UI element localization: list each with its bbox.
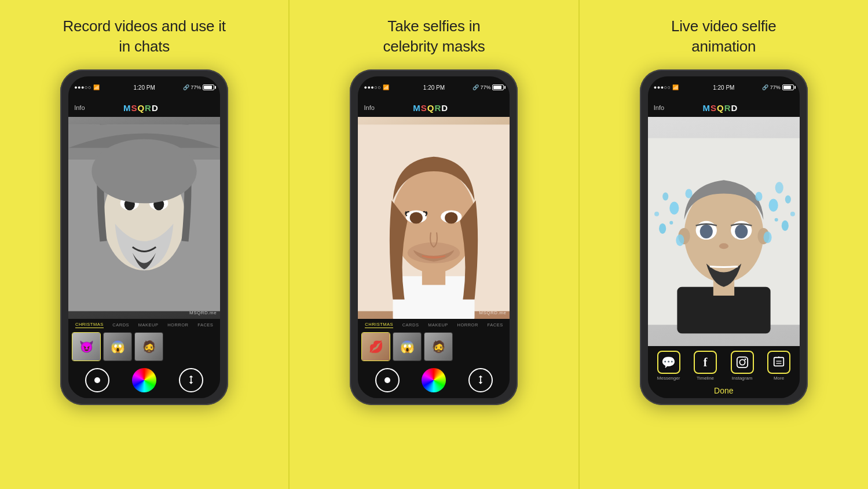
photo-celebrity-1: MSQRD.me: [358, 117, 510, 319]
flip-button-2[interactable]: [468, 368, 493, 392]
filter-tab-christmas-1[interactable]: CHRISTMAS: [75, 322, 104, 328]
svg-point-42: [774, 218, 778, 222]
status-battery-1: 🔗 77%: [183, 84, 215, 90]
filter-tabs-2[interactable]: CHRISTMAS CARDS MAKEUP HORROR FACES: [358, 319, 510, 330]
photo-area-3: [648, 117, 800, 346]
filter-tab-faces-1[interactable]: FACES: [197, 322, 213, 328]
svg-point-35: [763, 231, 771, 243]
bottom-controls-1: [68, 363, 220, 398]
thumb-row-1[interactable]: 😈 😱 🧔: [68, 330, 220, 363]
share-item-timeline[interactable]: f Timeline: [694, 351, 717, 381]
filter-tab-makeup-2[interactable]: MAKEUP: [428, 322, 448, 328]
photo-area-2: MSQRD.me: [358, 117, 510, 319]
photo-area-1: MSQRD.me: [68, 117, 220, 319]
status-bar-2: ●●●○○ 📶 1:20 PM 🔗 77%: [358, 76, 510, 98]
svg-point-39: [654, 212, 659, 216]
kiss-face-svg: [68, 117, 220, 319]
bottom-controls-2: [358, 363, 510, 398]
phone-inner-1: ●●●○○ 📶 1:20 PM 🔗 77% Info MSQRD: [68, 76, 220, 398]
watermark-2: MSQRD.me: [479, 310, 506, 315]
app-info-2: Info: [364, 104, 374, 111]
facebook-icon[interactable]: f: [694, 351, 717, 374]
svg-point-15: [445, 212, 458, 224]
status-signal-1: ●●●○○ 📶: [74, 84, 100, 90]
panel-2-title: Take selfies incelebrity masks: [383, 16, 485, 57]
thumb-1-1[interactable]: 😈: [72, 332, 101, 361]
messenger-icon[interactable]: 💬: [657, 351, 680, 374]
status-signal-2: ●●●○○ 📶: [364, 84, 389, 90]
status-bar-3: ●●●○○ 📶 1:20 PM 🔗 77%: [648, 76, 800, 98]
thumb-2-1[interactable]: 💋: [361, 332, 390, 361]
thumb-1-3[interactable]: 🧔: [134, 332, 163, 361]
battery-icon-1: [203, 84, 214, 90]
panel-2: Take selfies incelebrity masks ●●●○○ 📶 1…: [290, 0, 578, 489]
app-bar-3: Info MSQRD: [648, 98, 800, 117]
svg-point-29: [659, 223, 666, 234]
app-logo-1: MSQRD: [123, 103, 159, 113]
status-bar-1: ●●●○○ 📶 1:20 PM 🔗 77%: [68, 76, 220, 98]
done-button-3[interactable]: Done: [714, 386, 733, 395]
filter-tab-horror-1[interactable]: HORROR: [167, 322, 188, 328]
status-time-3: 1:20 PM: [713, 84, 734, 91]
panel-1-title: Record videos and use itin chats: [63, 16, 225, 57]
svg-point-26: [735, 225, 748, 238]
svg-point-44: [739, 360, 745, 365]
status-time-1: 1:20 PM: [134, 84, 155, 91]
svg-point-32: [685, 189, 692, 198]
phone-inner-3: ●●●○○ 📶 1:20 PM 🔗 77% Info MSQRD: [648, 76, 800, 398]
color-picker-2[interactable]: [422, 368, 446, 392]
filter-tab-faces-2[interactable]: FACES: [488, 322, 503, 328]
more-label: More: [774, 376, 784, 381]
share-item-messenger[interactable]: 💬 Messenger: [657, 351, 680, 381]
share-item-more[interactable]: More: [767, 351, 790, 381]
svg-point-27: [719, 243, 728, 249]
timeline-label: Timeline: [697, 376, 714, 381]
camera-button-2[interactable]: [375, 368, 400, 392]
battery-fill-2: [493, 86, 501, 89]
share-item-instagram[interactable]: Instagram: [731, 351, 754, 381]
filter-tab-makeup-1[interactable]: MAKEUP: [138, 322, 159, 328]
filter-tabs-1[interactable]: CHRISTMAS CARDS MAKEUP HORROR FACES: [68, 319, 220, 330]
thumb-row-2[interactable]: 💋 😱 🧔: [358, 330, 510, 363]
animation-face-svg: [648, 117, 800, 346]
filter-tab-horror-2[interactable]: HORROR: [457, 322, 478, 328]
camera-button-1[interactable]: [85, 368, 109, 392]
svg-point-14: [410, 212, 423, 224]
status-battery-2: 🔗 77%: [473, 84, 504, 90]
battery-fill-1: [204, 86, 212, 89]
more-icon[interactable]: [767, 351, 790, 374]
phone-3: ●●●○○ 📶 1:20 PM 🔗 77% Info MSQRD: [640, 69, 808, 405]
status-time-2: 1:20 PM: [423, 84, 445, 91]
svg-point-36: [785, 196, 791, 204]
svg-point-40: [669, 221, 673, 225]
svg-point-7: [91, 139, 196, 204]
battery-icon-3: [782, 84, 794, 90]
battery-icon-2: [492, 84, 504, 90]
svg-rect-43: [737, 357, 747, 367]
flip-button-1[interactable]: [179, 368, 203, 392]
instagram-icon[interactable]: [731, 351, 754, 374]
filter-tab-cards-1[interactable]: CARDS: [112, 322, 129, 328]
flip-icon-2: [475, 374, 486, 386]
camera-icon-2: [384, 377, 390, 383]
svg-point-28: [669, 202, 679, 215]
panel-3: Live video selfieanimation ●●●○○ 📶 1:20 …: [580, 0, 868, 489]
svg-point-34: [782, 220, 789, 231]
thumb-2-2[interactable]: 😱: [393, 332, 422, 361]
status-signal-3: ●●●○○ 📶: [654, 84, 679, 90]
instagram-icon-svg: [736, 356, 749, 369]
filter-tab-cards-2[interactable]: CARDS: [402, 322, 419, 328]
instagram-label: Instagram: [732, 376, 753, 381]
svg-point-31: [662, 193, 668, 201]
color-picker-1[interactable]: [132, 368, 156, 392]
app-bar-1: Info MSQRD: [68, 98, 220, 117]
status-battery-3: 🔗 77%: [762, 84, 794, 90]
celebrity-face-svg: [358, 117, 510, 319]
filter-tab-christmas-2[interactable]: CHRISTMAS: [365, 322, 393, 328]
thumb-1-2[interactable]: 😱: [103, 332, 132, 361]
panel-1: Record videos and use itin chats ●●●○○ 📶…: [0, 0, 288, 489]
thumb-2-3[interactable]: 🧔: [424, 332, 453, 361]
panel-3-title: Live video selfieanimation: [671, 16, 777, 57]
app-info-3: Info: [654, 104, 664, 111]
photo-animation-1: [648, 117, 800, 346]
